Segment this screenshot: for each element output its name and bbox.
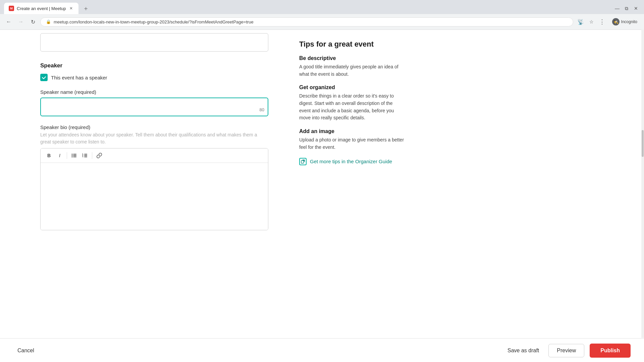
publish-button[interactable]: Publish xyxy=(590,344,631,358)
cast-icon[interactable]: 📡 xyxy=(576,17,585,26)
svg-point-2 xyxy=(72,155,73,156)
external-link-icon xyxy=(301,160,305,164)
tips-panel: Tips for a great event Be descriptive A … xyxy=(288,30,416,338)
tip-add-image-text: Upload a photo or image to give members … xyxy=(299,136,405,151)
tab-close-button[interactable]: ✕ xyxy=(68,6,74,11)
svg-rect-7 xyxy=(84,154,87,155)
link-icon xyxy=(97,153,102,158)
speaker-name-input-wrap: 80 xyxy=(40,98,268,116)
window-controls: — ⧉ ✕ xyxy=(613,4,640,12)
tips-title: Tips for a great event xyxy=(299,40,405,49)
speaker-checkbox-row: This event has a speaker xyxy=(40,74,268,81)
organizer-guide-link-text[interactable]: Get more tips in the Organizer Guide xyxy=(310,159,392,164)
browser-tab-active[interactable]: M Create an event | Meetup ✕ xyxy=(4,3,78,14)
incognito-icon: 🕵 xyxy=(612,18,620,25)
bookmark-icon[interactable]: ☆ xyxy=(587,17,596,26)
tip-be-descriptive: Be descriptive A good title immediately … xyxy=(299,55,405,78)
tip-be-descriptive-text: A good title immediately gives people an… xyxy=(299,63,405,78)
address-bar[interactable]: 🔒 meetup.com/london-locals-new-in-town-m… xyxy=(40,17,573,26)
bullet-list-icon xyxy=(71,153,77,158)
security-lock-icon: 🔒 xyxy=(46,19,51,24)
speaker-checkbox-label: This event has a speaker xyxy=(51,75,107,80)
bold-button[interactable]: B xyxy=(44,150,54,161)
back-button[interactable]: ← xyxy=(4,17,13,26)
toolbar-divider-1 xyxy=(67,152,67,159)
speaker-name-field-label: Speaker name (required) xyxy=(40,89,268,95)
main-area: Speaker This event has a speaker Speaker… xyxy=(0,30,644,338)
svg-rect-3 xyxy=(73,155,76,156)
svg-text:3.: 3. xyxy=(82,156,84,158)
italic-button[interactable]: I xyxy=(55,150,65,161)
save-draft-button[interactable]: Save as draft xyxy=(503,345,543,356)
forward-button[interactable]: → xyxy=(16,17,25,26)
link-button[interactable] xyxy=(94,150,104,161)
incognito-label: Incognito xyxy=(621,19,637,24)
page-content: Speaker This event has a speaker Speaker… xyxy=(0,30,644,362)
tip-get-organized-text: Describe things in a clear order so it's… xyxy=(299,93,405,122)
bullet-list-button[interactable] xyxy=(69,150,79,161)
minimize-button[interactable]: — xyxy=(613,4,621,12)
incognito-button[interactable]: 🕵 Incognito xyxy=(609,17,640,27)
speaker-name-char-count: 80 xyxy=(260,107,264,112)
tip-add-image: Add an image Upload a photo or image to … xyxy=(299,128,405,151)
tab-title: Create an event | Meetup xyxy=(17,6,66,11)
organizer-guide-icon xyxy=(299,158,307,165)
tip-get-organized: Get organized Describe things in a clear… xyxy=(299,84,405,122)
bottom-left-actions: Cancel xyxy=(13,345,38,356)
svg-rect-11 xyxy=(84,157,87,157)
speaker-name-input[interactable] xyxy=(40,98,268,116)
ordered-list-button[interactable]: 1. 2. 3. xyxy=(80,150,90,161)
url-text: meetup.com/london-locals-new-in-town-mee… xyxy=(54,19,254,24)
new-tab-button[interactable]: ＋ xyxy=(81,4,91,13)
editor-toolbar: B I xyxy=(41,148,268,163)
svg-rect-12 xyxy=(301,161,304,163)
speaker-checkbox[interactable] xyxy=(40,74,48,81)
speaker-bio-editor: B I xyxy=(40,148,268,230)
speaker-bio-placeholder-hint: Let your attendees know about your speak… xyxy=(40,131,268,145)
browser-chrome: M Create an event | Meetup ✕ ＋ — ⧉ ✕ ← →… xyxy=(0,0,644,30)
toolbar-divider-2 xyxy=(92,152,92,159)
svg-rect-9 xyxy=(84,155,87,156)
tip-get-organized-heading: Get organized xyxy=(299,84,405,90)
close-window-button[interactable]: ✕ xyxy=(632,4,640,12)
speaker-bio-editor-body[interactable] xyxy=(41,163,268,230)
form-area: Speaker This event has a speaker Speaker… xyxy=(0,30,288,338)
svg-rect-5 xyxy=(73,157,76,157)
browser-nav-bar: ← → ↻ 🔒 meetup.com/london-locals-new-in-… xyxy=(0,14,644,29)
scrollbar-thumb xyxy=(642,130,644,157)
svg-point-0 xyxy=(72,154,73,155)
cancel-button[interactable]: Cancel xyxy=(13,345,38,356)
tip-be-descriptive-heading: Be descriptive xyxy=(299,55,405,61)
speaker-bio-label: Speaker bio (required) xyxy=(40,124,268,130)
maximize-button[interactable]: ⧉ xyxy=(623,4,631,12)
checkmark-icon xyxy=(42,75,46,80)
svg-point-4 xyxy=(72,157,73,158)
bottom-bar: Cancel Save as draft Preview Publish xyxy=(0,338,644,362)
browser-title-bar: M Create an event | Meetup ✕ ＋ — ⧉ ✕ xyxy=(0,0,644,14)
browser-nav-icons: 📡 ☆ ⋮ xyxy=(576,17,607,26)
ordered-list-icon: 1. 2. 3. xyxy=(82,153,88,158)
tab-favicon: M xyxy=(9,6,14,11)
scrollbar[interactable] xyxy=(641,30,644,338)
svg-rect-1 xyxy=(73,154,76,155)
refresh-button[interactable]: ↻ xyxy=(28,17,38,26)
speaker-section-label: Speaker xyxy=(40,62,268,69)
preview-button[interactable]: Preview xyxy=(548,344,584,357)
browser-menu-icon[interactable]: ⋮ xyxy=(597,17,607,26)
bottom-right-actions: Save as draft Preview Publish xyxy=(503,344,631,358)
organizer-guide-link[interactable]: Get more tips in the Organizer Guide xyxy=(299,158,405,165)
tip-add-image-heading: Add an image xyxy=(299,128,405,134)
top-textarea[interactable] xyxy=(40,33,268,52)
